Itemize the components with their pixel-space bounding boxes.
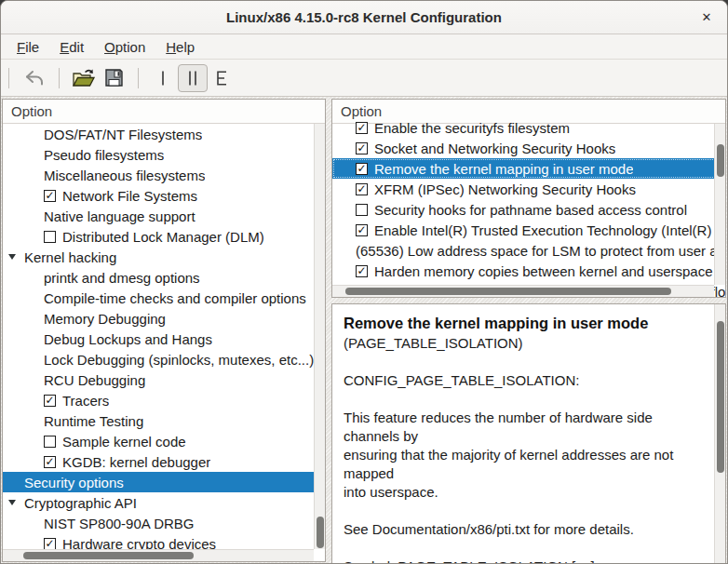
tree-row[interactable]: Network File Systems <box>3 185 325 206</box>
option-row[interactable]: Security hooks for pathname based access… <box>332 199 725 220</box>
main-area: Option DOS/FAT/NT Filesystems Pseudo fil… <box>1 97 727 564</box>
help-panel: Remove the kernel mapping in user mode (… <box>331 303 726 564</box>
expand-arrow-icon[interactable] <box>8 254 24 260</box>
tree-row-label: Debug Lockups and Hangs <box>44 331 212 347</box>
tree-row-label: Kernel hacking <box>24 249 116 265</box>
single-view-button[interactable] <box>148 64 178 92</box>
tree-row[interactable]: Runtime Testing <box>3 410 325 431</box>
toolbar-separator <box>59 68 60 88</box>
checkbox[interactable] <box>44 456 56 468</box>
save-config-button[interactable] <box>99 64 128 92</box>
save-icon <box>104 68 124 87</box>
tree-row[interactable]: Pseudo filesystems <box>3 144 325 165</box>
close-button[interactable]: ✕ <box>695 7 718 29</box>
toolbar-separator <box>138 68 139 88</box>
tree-row[interactable]: Lock Debugging (spinlocks, mutexes, etc.… <box>3 349 325 369</box>
options-horizontal-scrollbar[interactable] <box>332 285 714 297</box>
options-vertical-scrollbar-thumb[interactable] <box>717 144 724 177</box>
menu-item[interactable]: Edit <box>49 34 94 59</box>
toolbar-handle[interactable] <box>8 68 9 88</box>
open-config-button[interactable] <box>69 64 99 92</box>
options-vertical-scrollbar[interactable] <box>714 124 725 285</box>
split-view-button[interactable] <box>178 64 208 92</box>
menu-item[interactable]: File <box>7 34 49 59</box>
left-vertical-scrollbar-thumb[interactable] <box>317 517 324 548</box>
tree-row[interactable]: KGDB: kernel debugger <box>3 451 325 472</box>
checkbox[interactable] <box>44 436 56 448</box>
tree-row[interactable]: Kernel hacking <box>3 247 325 267</box>
tree-row-label: RCU Debugging <box>44 372 145 388</box>
undo-button[interactable] <box>20 64 49 92</box>
left-horizontal-scrollbar[interactable] <box>3 549 314 561</box>
tree-row-label: Runtime Testing <box>44 413 143 429</box>
checkbox[interactable] <box>356 142 368 154</box>
titlebar[interactable]: Linux/x86 4.15.0-rc8 Kernel Configuratio… <box>1 1 727 34</box>
tree-row[interactable]: Compile-time checks and compiler options <box>3 288 325 308</box>
tree-row-label: Network File Systems <box>62 188 197 204</box>
menu-item[interactable]: Help <box>155 34 205 59</box>
tree-row[interactable]: NIST SP800-90A DRBG <box>3 513 325 533</box>
tree-row-label: Distributed Lock Manager (DLM) <box>62 229 264 245</box>
options-horizontal-scrollbar-thumb[interactable] <box>345 288 671 295</box>
option-row[interactable]: XFRM (IPSec) Networking Security Hooks <box>332 179 725 199</box>
tree-row[interactable]: Tracers <box>3 390 325 410</box>
full-view-button[interactable] <box>208 64 237 92</box>
tree-row[interactable]: RCU Debugging <box>3 369 325 390</box>
checkbox[interactable] <box>356 183 368 195</box>
tree-row[interactable]: Cryptographic API <box>3 492 325 513</box>
checkbox[interactable] <box>44 190 56 202</box>
tree-row-label: Native language support <box>44 208 195 224</box>
menu-item[interactable]: Option <box>94 34 155 59</box>
tree-row[interactable]: Debug Lockups and Hangs <box>3 329 325 349</box>
checkbox[interactable] <box>356 265 368 277</box>
expand-arrow-icon[interactable] <box>8 479 24 485</box>
tree-row-label: Security options <box>24 475 124 490</box>
split-view-icon <box>184 70 201 87</box>
tree-row-label: printk and dmesg options <box>44 270 200 286</box>
option-row-label: Socket and Networking Security Hooks <box>374 141 615 156</box>
tree-row-label: Sample kernel code <box>62 434 186 450</box>
checkbox[interactable] <box>356 224 368 236</box>
option-row-label: (65536) Low address space for LSM to pro… <box>356 243 725 259</box>
tree-row-label: Miscellaneous filesystems <box>44 168 205 183</box>
tree-row[interactable]: Miscellaneous filesystems <box>3 165 325 185</box>
checkbox[interactable] <box>44 538 56 550</box>
menubar: File Edit Option Help <box>1 34 727 60</box>
option-row[interactable]: Enable the securityfs filesystem <box>332 117 725 138</box>
option-row[interactable]: Enable Intel(R) Trusted Execution Techno… <box>332 220 725 240</box>
option-row[interactable]: (65536) Low address space for LSM to pro… <box>332 240 725 261</box>
option-row[interactable]: Socket and Networking Security Hooks <box>332 138 725 158</box>
option-row-label: Security hooks for pathname based access… <box>374 202 687 218</box>
help-content: Remove the kernel mapping in user mode (… <box>332 304 725 564</box>
tree-row[interactable]: DOS/FAT/NT Filesystems <box>3 124 325 144</box>
tree-row-label: Memory Debugging <box>44 311 166 327</box>
option-row[interactable]: Remove the kernel mapping in user mode <box>332 158 725 179</box>
checkbox[interactable] <box>356 163 368 175</box>
tree-row[interactable]: Native language support <box>3 206 325 226</box>
open-folder-icon <box>72 68 96 88</box>
left-tree-list: DOS/FAT/NT Filesystems Pseudo filesystem… <box>3 124 325 554</box>
tree-row[interactable]: Memory Debugging <box>3 308 325 329</box>
tree-row[interactable]: printk and dmesg options <box>3 267 325 288</box>
option-row-label: Harden memory copies between kernel and … <box>374 263 713 279</box>
expand-arrow-icon[interactable] <box>8 500 24 505</box>
help-vertical-scrollbar[interactable] <box>714 304 725 563</box>
checkbox[interactable] <box>356 204 368 216</box>
tree-row[interactable]: Distributed Lock Manager (DLM) <box>3 226 325 247</box>
tree-row-label: Pseudo filesystems <box>44 147 164 163</box>
left-option-column-header[interactable]: Option <box>3 100 325 124</box>
tree-row-label: NIST SP800-90A DRBG <box>44 516 194 531</box>
help-vertical-scrollbar-thumb[interactable] <box>717 321 724 473</box>
left-vertical-scrollbar[interactable] <box>314 124 325 549</box>
option-row-label: Remove the kernel mapping in user mode <box>374 161 633 177</box>
tree-row[interactable]: Security options <box>3 472 325 492</box>
checkbox[interactable] <box>44 231 56 243</box>
checkbox[interactable] <box>44 395 56 407</box>
checkbox[interactable] <box>356 122 368 134</box>
tree-row[interactable]: Sample kernel code <box>3 431 325 451</box>
left-horizontal-scrollbar-thumb[interactable] <box>23 552 194 559</box>
option-row-label: Enable Intel(R) Trusted Execution Techno… <box>374 222 725 238</box>
option-row[interactable]: Harden memory copies between kernel and … <box>332 261 725 281</box>
full-view-icon <box>214 70 231 87</box>
tree-row-label: KGDB: kernel debugger <box>62 454 210 470</box>
